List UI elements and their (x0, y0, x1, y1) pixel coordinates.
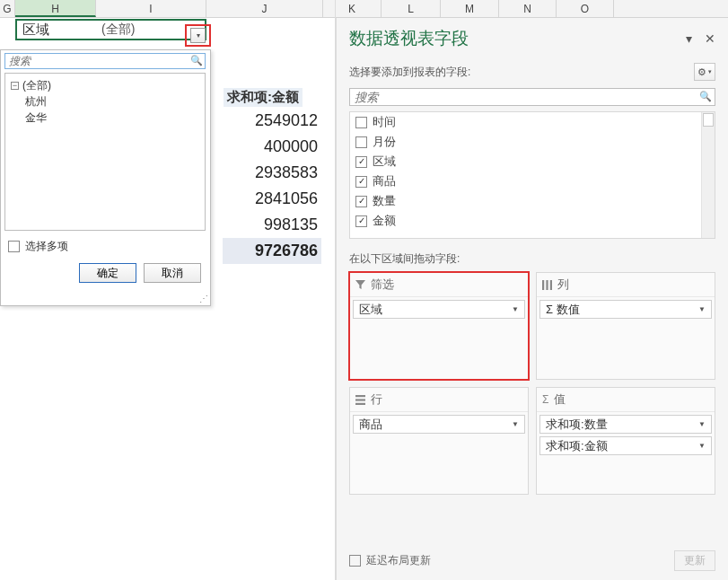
filter-dropdown-panel: 🔍 −(全部) 杭州 金华 选择多项 确定 取消 ⋰ (0, 49, 211, 306)
column-header[interactable]: K (323, 0, 382, 17)
svg-rect-0 (355, 395, 365, 397)
sum-header: 求和项:金额 (224, 88, 303, 107)
field-label: 数量 (373, 193, 396, 209)
zone-item[interactable]: 求和项:金额▼ (539, 436, 712, 455)
close-icon[interactable]: ✕ (705, 31, 715, 46)
pane-subtitle: 选择要添加到报表的字段: (349, 65, 470, 80)
search-icon: 🔍 (190, 55, 203, 66)
zone-values[interactable]: Σ值 求和项:数量▼ 求和项:金额▼ (536, 387, 715, 495)
field-label: 商品 (373, 173, 396, 189)
svg-rect-5 (550, 280, 552, 290)
column-headers: GHIJKLMNO (0, 0, 728, 18)
zone-item[interactable]: Σ 数值▼ (539, 300, 712, 319)
ok-button[interactable]: 确定 (79, 263, 136, 283)
field-row[interactable]: 区域 (350, 152, 715, 171)
checkbox-icon (349, 555, 361, 567)
fields-search-input[interactable] (349, 88, 715, 106)
multi-select-label: 选择多项 (25, 239, 68, 254)
tree-item[interactable]: 杭州 (25, 94, 47, 110)
pane-menu-icon[interactable]: ▾ (686, 31, 692, 46)
chevron-down-icon: ▼ (512, 305, 519, 313)
zone-columns[interactable]: 列 Σ 数值▼ (536, 272, 715, 380)
value-cell[interactable]: 2549012 (223, 108, 321, 134)
filter-cell[interactable]: 区域 (全部) (15, 19, 206, 40)
field-row[interactable]: 金额 (350, 211, 715, 231)
zone-item[interactable]: 区域▼ (353, 300, 525, 319)
zone-rows[interactable]: 行 商品▼ (349, 387, 529, 495)
zone-item[interactable]: 求和项:数量▼ (539, 415, 712, 434)
checkbox-icon[interactable] (355, 196, 367, 207)
svg-rect-3 (542, 280, 544, 290)
field-label: 时间 (373, 114, 396, 130)
value-cell[interactable]: 2938583 (223, 160, 321, 186)
checkbox-icon[interactable] (355, 136, 367, 148)
chevron-down-icon: ▼ (698, 442, 706, 450)
checkbox-icon[interactable] (355, 176, 367, 188)
tree-collapse-icon[interactable]: − (11, 82, 19, 90)
scrollbar[interactable] (701, 112, 715, 238)
pane-title: 数据透视表字段 (349, 27, 469, 50)
column-header[interactable]: G (0, 0, 15, 17)
defer-layout-checkbox[interactable]: 延迟布局更新 (349, 553, 431, 568)
field-row[interactable]: 商品 (350, 171, 715, 191)
dropdown-search-input[interactable] (4, 53, 206, 69)
value-cell[interactable]: 400000 (223, 134, 321, 160)
svg-rect-2 (355, 402, 365, 404)
field-row[interactable]: 月份 (350, 132, 715, 152)
search-icon: 🔍 (699, 91, 712, 102)
columns-icon (542, 280, 552, 290)
value-cell[interactable]: 2841056 (223, 186, 321, 212)
column-header[interactable]: O (557, 0, 614, 17)
field-label: 月份 (373, 134, 396, 150)
svg-rect-1 (355, 399, 365, 400)
zone-filter[interactable]: 筛选 区域▼ (349, 272, 529, 380)
column-header[interactable]: N (499, 0, 557, 17)
value-cell[interactable]: 998135 (223, 212, 321, 238)
checkbox-icon[interactable] (355, 215, 367, 227)
grand-total-cell[interactable]: 9726786 (223, 238, 321, 264)
field-label: 区域 (373, 154, 396, 170)
field-row[interactable]: 数量 (350, 191, 715, 211)
fields-layout-button[interactable]: ⚙▾ (694, 63, 715, 81)
tree-item[interactable]: 金华 (25, 110, 47, 126)
filter-field-label: 区域 (17, 22, 98, 39)
zone-item[interactable]: 商品▼ (353, 415, 525, 434)
fields-list: 时间月份区域商品数量金额 (349, 111, 715, 239)
tree-item[interactable]: (全部) (22, 78, 51, 93)
checkbox-icon[interactable] (355, 117, 367, 128)
chevron-down-icon: ▼ (698, 420, 706, 428)
column-header[interactable]: M (441, 0, 499, 17)
rows-icon (355, 395, 365, 405)
resize-handle-icon[interactable]: ⋰ (199, 294, 208, 303)
sigma-icon: Σ (542, 393, 548, 406)
drag-instruction: 在以下区域间拖动字段: (337, 239, 728, 272)
checkbox-icon[interactable] (355, 156, 367, 168)
filter-dropdown-button[interactable]: ▾ (190, 28, 206, 43)
update-button: 更新 (674, 550, 715, 571)
filter-icon (355, 280, 365, 290)
svg-rect-4 (546, 280, 548, 290)
column-header[interactable]: H (15, 0, 96, 17)
highlight-dropdown-arrow: ▾ (185, 24, 211, 47)
gear-icon: ⚙ (697, 66, 706, 78)
chevron-down-icon: ▼ (512, 420, 519, 428)
multi-select-row[interactable]: 选择多项 (1, 236, 210, 256)
cancel-button[interactable]: 取消 (144, 263, 201, 283)
pivot-fields-pane: 数据透视表字段 ▾ ✕ 选择要添加到报表的字段: ⚙▾ 🔍 时间月份区域商品数量… (336, 18, 728, 580)
field-row[interactable]: 时间 (350, 112, 715, 132)
dropdown-search: 🔍 (4, 53, 206, 69)
column-header[interactable]: L (382, 0, 441, 17)
dropdown-tree[interactable]: −(全部) 杭州 金华 (4, 73, 206, 231)
value-column: 2549012 400000 2938583 2841056 998135 97… (223, 108, 321, 264)
chevron-down-icon: ▼ (698, 305, 706, 313)
column-header[interactable]: J (206, 0, 323, 17)
checkbox-icon[interactable] (8, 241, 20, 252)
column-header[interactable]: I (96, 0, 206, 17)
field-label: 金额 (373, 213, 396, 229)
